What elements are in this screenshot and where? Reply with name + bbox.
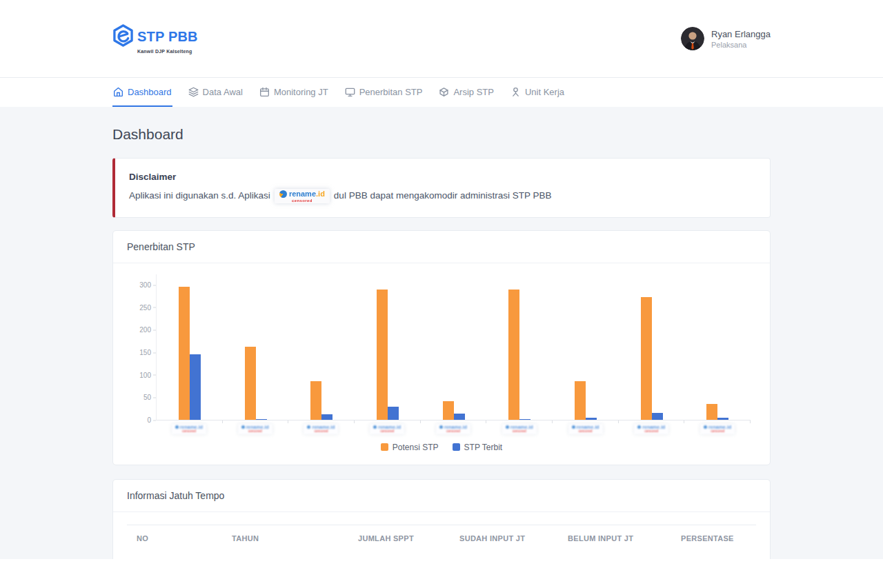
x-axis-label-censored: rename.idcensored	[684, 424, 751, 434]
bar-group	[288, 274, 355, 420]
stp-terbit-bar	[652, 413, 663, 420]
censor-watermark: rename.idcensored	[370, 424, 404, 434]
censor-watermark: rename.idcensored	[502, 424, 537, 434]
nav-item-data-awal[interactable]: Data Awal	[188, 78, 244, 107]
y-axis-tick-label: 150	[128, 349, 151, 356]
x-axis-label-censored: rename.idcensored	[553, 424, 619, 434]
nav-item-label: Arsip STP	[453, 87, 494, 97]
stp-terbit-bar	[190, 354, 201, 420]
legend-item-potensi-stp: Potensi STP	[381, 443, 439, 452]
nav-item-label: Monitoring JT	[274, 87, 328, 97]
censor-watermark-icon	[373, 425, 377, 429]
censor-watermark: rename.idcensored	[238, 424, 272, 434]
stp-terbit-bar	[519, 419, 530, 420]
censor-watermark-icon	[241, 425, 245, 429]
nav-item-unit-kerja[interactable]: Unit Kerja	[510, 78, 565, 107]
y-axis-tick-label: 250	[128, 303, 151, 311]
table-card: Informasi Jatuh Tempo NOTAHUNJUMLAH SPPT…	[112, 479, 771, 560]
censor-watermark-icon	[572, 425, 575, 429]
bar-group	[355, 274, 421, 420]
x-axis-label-censored: rename.idcensored	[222, 424, 288, 434]
logo-hexagon-icon	[112, 24, 134, 50]
potensi-stp-bar	[245, 347, 256, 420]
potensi-stp-bar	[575, 381, 586, 420]
bar-group	[684, 274, 751, 420]
y-axis-tick-label: 50	[128, 394, 151, 401]
disclaimer-text-before: Aplikasi ini digunakan s.d. Aplikasi	[129, 190, 270, 202]
layers-icon	[188, 87, 199, 97]
legend-label: STP Terbit	[464, 443, 503, 452]
chart-card-title: Penerbitan STP	[113, 231, 770, 263]
bar-group	[223, 274, 289, 420]
user-role: Pelaksana	[711, 41, 771, 49]
nav-item-label: Dashboard	[128, 87, 172, 97]
chart-legend: Potensi STPSTP Terbit	[127, 443, 756, 452]
legend-item-stp-terbit: STP Terbit	[453, 443, 503, 452]
bar-group	[157, 274, 223, 420]
package-icon	[439, 87, 449, 97]
stp-terbit-bar	[717, 418, 728, 420]
main-nav: DashboardData AwalMonitoring JTPenerbita…	[0, 77, 883, 107]
logo-text: STP PBB	[137, 29, 198, 45]
monitor-icon	[345, 87, 355, 97]
bar-group	[421, 274, 487, 420]
column-header-persentase: PERSENTASE	[671, 525, 756, 551]
app-header: STP PBB Kanwil DJP Kalselteng Ry	[0, 0, 883, 77]
y-axis-tick-label: 200	[128, 326, 151, 334]
bar-chart: 050100150200250300 rename.idcensoredrena…	[113, 263, 770, 465]
app-logo: STP PBB Kanwil DJP Kalselteng	[112, 24, 198, 54]
nav-item-label: Data Awal	[203, 87, 243, 97]
y-axis-tick-label: 100	[128, 371, 151, 378]
censor-watermark: rename.idcensored	[436, 424, 470, 434]
censor-watermark-sub: censored	[292, 199, 312, 203]
legend-swatch	[453, 443, 460, 451]
nav-item-label: Unit Kerja	[525, 87, 564, 97]
column-header-belum-input-jt: BELUM INPUT JT	[558, 525, 671, 551]
censor-watermark-icon	[637, 425, 641, 429]
disclaimer-text-after: dul PBB dapat mengakomodir administrasi …	[334, 190, 552, 202]
nav-items: DashboardData AwalMonitoring JTPenerbita…	[112, 78, 771, 107]
stp-terbit-bar	[388, 407, 399, 420]
user-menu[interactable]: Ryan Erlangga Pelaksana	[681, 27, 771, 50]
calendar-icon	[259, 87, 270, 97]
potensi-stp-bar	[706, 404, 717, 420]
censor-watermark: rename.idcensored	[700, 424, 735, 434]
stp-terbit-bar	[321, 414, 333, 420]
x-axis-label-censored: rename.idcensored	[486, 424, 553, 434]
user-name: Ryan Erlangga	[711, 29, 771, 39]
censor-watermark: rename.id censored	[275, 189, 330, 203]
censor-watermark-icon	[704, 425, 707, 429]
censor-watermark-icon	[279, 190, 287, 198]
censor-watermark: rename.idcensored	[568, 424, 603, 434]
jatuh-tempo-table: NOTAHUNJUMLAH SPPTSUDAH INPUT JTBELUM IN…	[113, 512, 770, 560]
legend-swatch	[381, 443, 388, 451]
nav-item-label: Penerbitan STP	[359, 87, 423, 97]
column-header-jumlah-sppt: JUMLAH SPPT	[348, 525, 450, 551]
x-axis-label-censored: rename.idcensored	[420, 424, 486, 434]
nav-item-monitoring-jt[interactable]: Monitoring JT	[259, 78, 329, 107]
chart-x-labels: rename.idcensoredrename.idcensoredrename…	[156, 424, 751, 434]
stp-terbit-bar	[586, 418, 597, 420]
avatar	[681, 27, 704, 50]
potensi-stp-bar	[443, 401, 454, 420]
disclaimer-title: Disclaimer	[129, 172, 756, 182]
bar-group	[619, 274, 685, 420]
bar-group	[553, 274, 619, 420]
table-header-row: NOTAHUNJUMLAH SPPTSUDAH INPUT JTBELUM IN…	[127, 525, 756, 551]
main-content: Dashboard Disclaimer Aplikasi ini diguna…	[0, 107, 883, 559]
potensi-stp-bar	[179, 287, 190, 420]
potensi-stp-bar	[310, 381, 321, 420]
logo-subtitle: Kanwil DJP Kalselteng	[137, 49, 198, 54]
potensi-stp-bar	[641, 297, 652, 420]
nav-item-penerbitan-stp[interactable]: Penerbitan STP	[344, 78, 424, 107]
nav-item-arsip-stp[interactable]: Arsip STP	[438, 78, 495, 107]
bar-groups	[157, 274, 751, 420]
potensi-stp-bar	[508, 290, 519, 420]
x-axis-label-censored: rename.idcensored	[618, 424, 684, 434]
censor-watermark-icon	[175, 425, 179, 429]
column-header-tahun: TAHUN	[222, 525, 348, 551]
x-axis-label-censored: rename.idcensored	[156, 424, 222, 434]
y-axis-tick-label: 0	[128, 416, 151, 424]
nav-item-dashboard[interactable]: Dashboard	[112, 78, 172, 107]
column-header-sudah-input-jt: SUDAH INPUT JT	[450, 525, 558, 551]
